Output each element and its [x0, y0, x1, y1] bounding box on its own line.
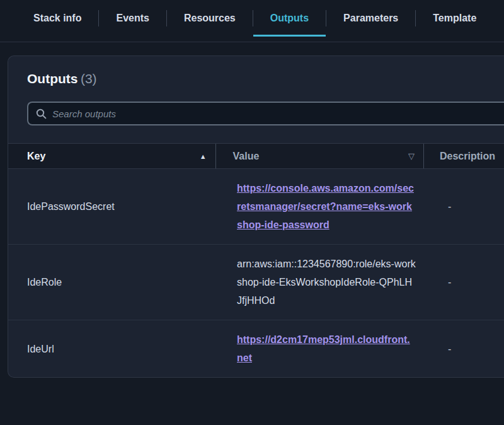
- sort-inactive-icon[interactable]: ▽: [408, 151, 415, 161]
- output-description: -: [432, 273, 504, 291]
- tab-template[interactable]: Template: [416, 0, 493, 37]
- tab-resources[interactable]: Resources: [167, 0, 253, 37]
- tab-stack-info[interactable]: Stack info: [16, 0, 98, 37]
- output-value: https://d2cm17mep53jml.cloudfront.net: [220, 330, 432, 367]
- column-header-description[interactable]: Description: [424, 144, 504, 168]
- search-icon: [36, 108, 47, 119]
- output-key: IdeRole: [8, 273, 220, 291]
- outputs-table-header: Key ▲ Value ▽ Description: [8, 143, 504, 169]
- column-label-description: Description: [440, 151, 495, 162]
- output-key: IdeUrl: [8, 340, 220, 358]
- column-header-key[interactable]: Key ▲: [8, 144, 216, 168]
- tab-events[interactable]: Events: [99, 0, 166, 37]
- output-value: https://console.aws.amazon.com/secretsma…: [220, 179, 432, 234]
- column-label-key: Key: [27, 151, 45, 162]
- search-input[interactable]: [52, 108, 496, 119]
- stack-tab-bar: Stack info Events Resources Outputs Para…: [0, 0, 504, 42]
- sort-ascending-icon[interactable]: ▲: [200, 153, 207, 160]
- search-outputs-box[interactable]: [27, 102, 504, 125]
- output-description: -: [432, 197, 504, 216]
- tab-parameters[interactable]: Parameters: [326, 0, 415, 37]
- panel-title: Outputs: [27, 71, 77, 86]
- output-description: -: [432, 340, 504, 358]
- output-value: arn:aws:iam::1234567890:role/eks-worksho…: [220, 255, 432, 310]
- table-row: IdePasswordSecret https://console.aws.am…: [8, 169, 504, 245]
- output-value-link[interactable]: https://d2cm17mep53jml.cloudfront.net: [237, 334, 410, 363]
- table-row: IdeRole arn:aws:iam::1234567890:role/eks…: [8, 245, 504, 320]
- table-row: IdeUrl https://d2cm17mep53jml.cloudfront…: [8, 320, 504, 377]
- output-key: IdePasswordSecret: [8, 197, 220, 216]
- outputs-panel-header: Outputs (3): [8, 56, 504, 86]
- output-value-link[interactable]: https://console.aws.amazon.com/secretsma…: [237, 183, 414, 230]
- column-header-value[interactable]: Value ▽: [216, 144, 424, 168]
- outputs-count: (3): [81, 71, 97, 86]
- output-value-text: arn:aws:iam::1234567890:role/eks-worksho…: [237, 259, 416, 306]
- column-label-value: Value: [233, 151, 260, 162]
- outputs-panel: Outputs (3) Key ▲ Value ▽ Description Id…: [8, 55, 504, 378]
- tab-outputs[interactable]: Outputs: [253, 0, 326, 37]
